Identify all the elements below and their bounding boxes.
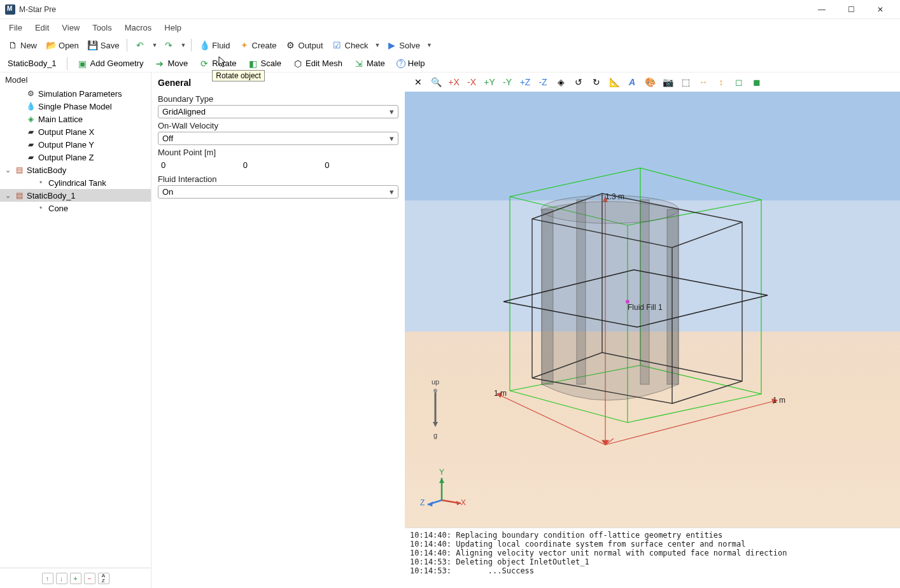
mount-x-input[interactable]: 0 [158, 158, 235, 172]
new-button[interactable]: 🗋New [4, 39, 41, 52]
edit-mesh-button[interactable]: ⬡Edit Mesh [289, 57, 346, 70]
rot-ccw-icon[interactable]: ↺ [572, 75, 586, 89]
create-button[interactable]: ✦Create [236, 39, 281, 52]
add-geometry-button[interactable]: ▣Add Geometry [74, 57, 148, 70]
tree-item-output-plane-y[interactable]: ▰Output Plane Y [0, 138, 151, 151]
model-panel: Model ⚙Simulation Parameters💧Single Phas… [0, 73, 151, 588]
move-down-button[interactable]: ↓ [56, 573, 67, 584]
tree-item-cone[interactable]: •Cone [0, 202, 151, 214]
play-icon: ▶ [386, 40, 397, 50]
help-button[interactable]: ?Help [393, 57, 429, 69]
model-tree[interactable]: ⚙Simulation Parameters💧Single Phase Mode… [0, 87, 151, 568]
palette-icon[interactable]: 🎨 [643, 75, 657, 89]
save-label: Save [101, 41, 120, 50]
maximize-button[interactable]: ☐ [836, 0, 866, 19]
menu-edit[interactable]: Edit [29, 21, 55, 34]
expander-icon[interactable]: ⌄ [4, 166, 11, 174]
dim-top-label: 1.3 m [605, 192, 624, 201]
tree-item-simulation-parameters[interactable]: ⚙Simulation Parameters [0, 87, 151, 100]
axis-nx-icon[interactable]: -X [465, 75, 479, 89]
tree-item-output-plane-z[interactable]: ▰Output Plane Z [0, 151, 151, 164]
axis-px-icon[interactable]: +X [447, 75, 461, 89]
dim-right-label: 1 m [773, 396, 785, 405]
tree-item-label: StaticBody_1 [27, 191, 76, 200]
move-up-button[interactable]: ↑ [42, 573, 53, 584]
tree-item-label: Cylindrical Tank [48, 178, 106, 188]
mate-button[interactable]: ⇲Mate [350, 57, 389, 70]
tree-item-label: Cone [48, 204, 68, 213]
close-button[interactable]: ✕ [866, 0, 895, 19]
redo-button[interactable]: ↷ [160, 39, 178, 52]
tree-item-label: Main Lattice [38, 115, 83, 124]
tree-item-cylindrical-tank[interactable]: •Cylindrical Tank [0, 176, 151, 189]
menu-tools[interactable]: Tools [86, 21, 118, 34]
tree-item-single-phase-model[interactable]: 💧Single Phase Model [0, 100, 151, 113]
undo-dropdown[interactable]: ▼ [150, 42, 158, 48]
tree-item-main-lattice[interactable]: ◈Main Lattice [0, 113, 151, 125]
save-button[interactable]: 💾Save [84, 39, 123, 52]
check-dropdown[interactable]: ▼ [373, 42, 381, 48]
mount-z-input[interactable]: 0 [321, 158, 398, 172]
on-wall-label: On-Wall Velocity [158, 121, 398, 130]
solve-dropdown[interactable]: ▼ [425, 42, 433, 48]
svg-rect-10 [542, 209, 553, 384]
text-icon[interactable]: A [625, 75, 639, 89]
iso-icon[interactable]: ◈ [554, 75, 568, 89]
gravity-indicator: up g [430, 378, 440, 439]
rot-cw-icon[interactable]: ↻ [589, 75, 603, 89]
open-button[interactable]: 📂Open [42, 39, 83, 52]
axis-pz-icon[interactable]: +Z [518, 75, 532, 89]
rotate-label: Rotate [212, 59, 236, 68]
scale-button[interactable]: ◧Scale [244, 57, 286, 70]
output-button[interactable]: ⚙Output [282, 39, 327, 52]
menu-help[interactable]: Help [158, 21, 188, 34]
check-button[interactable]: ☑Check [328, 39, 372, 52]
zoom-icon[interactable]: 🔍 [429, 75, 443, 89]
x-axis-label: X [461, 498, 466, 507]
tree-item-staticbody[interactable]: ⌄▤StaticBody [0, 164, 151, 176]
menu-file[interactable]: File [3, 21, 29, 34]
axis-py-icon[interactable]: +Y [482, 75, 496, 89]
measure-icon[interactable]: 📐 [607, 75, 621, 89]
console-output[interactable]: 10:14:40: Replacing boundary condition o… [405, 528, 900, 588]
minimize-button[interactable]: — [807, 0, 836, 19]
sort-button[interactable]: AZ [98, 573, 109, 584]
box-solid-icon[interactable]: ◼ [750, 75, 764, 89]
axis-nz-icon[interactable]: -Z [536, 75, 550, 89]
ruler-v-icon[interactable]: ↕ [714, 75, 728, 89]
wire-icon[interactable]: ⬚ [679, 75, 693, 89]
boundary-type-select[interactable]: GridAligned [158, 105, 398, 118]
fluid-button[interactable]: 💧Fluid [195, 39, 234, 52]
move-button[interactable]: ➔Move [151, 57, 192, 70]
box-green-icon[interactable]: ◻ [732, 75, 746, 89]
add-button[interactable]: + [70, 573, 81, 584]
fluid-interaction-select[interactable]: On [158, 185, 398, 199]
solve-button[interactable]: ▶Solve [383, 39, 424, 52]
gear-icon: ⚙ [286, 40, 296, 50]
undo-button[interactable]: ↶ [131, 39, 149, 52]
mount-y-input[interactable]: 0 [240, 158, 317, 172]
redo-dropdown[interactable]: ▼ [179, 42, 187, 48]
tree-item-output-plane-x[interactable]: ▰Output Plane X [0, 125, 151, 138]
tree-item-staticbody-1[interactable]: ⌄▤StaticBody_1 [0, 189, 151, 202]
tree-item-label: Output Plane X [38, 127, 94, 137]
expander-icon[interactable]: ⌄ [4, 192, 11, 200]
content: Model ⚙Simulation Parameters💧Single Phas… [0, 73, 900, 588]
tree-item-label: Single Phase Model [38, 102, 112, 111]
camera-icon[interactable]: 📷 [661, 75, 675, 89]
fluid-label: Fluid [212, 41, 230, 50]
gear-icon: ⚙ [25, 88, 36, 99]
ruler-h-icon[interactable]: ↔ [696, 75, 710, 89]
menu-macros[interactable]: Macros [118, 21, 158, 34]
brick-icon: ▤ [14, 165, 24, 175]
menu-view[interactable]: View [55, 21, 86, 34]
axis-ny-icon[interactable]: -Y [500, 75, 514, 89]
mate-icon: ⇲ [354, 59, 364, 69]
on-wall-select[interactable]: Off [158, 132, 398, 145]
viewport-3d[interactable]: Fluid Fill 1 1.3 m 1 m 1 m up g [405, 92, 900, 528]
rotate-button[interactable]: ⟳Rotate Rotate object [195, 57, 240, 70]
toolbar-context: StaticBody_1 ▣Add Geometry ➔Move ⟳Rotate… [0, 55, 900, 73]
fit-icon[interactable]: ✕ [411, 75, 425, 89]
separator [127, 39, 127, 52]
remove-button[interactable]: − [84, 573, 95, 584]
